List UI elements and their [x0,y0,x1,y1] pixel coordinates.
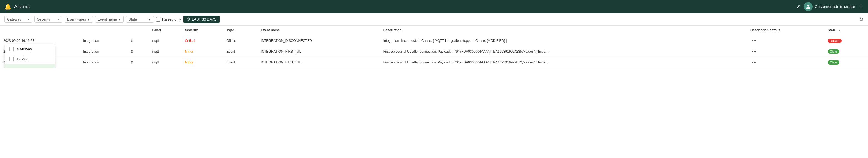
state-badge-2: Clear [828,60,839,65]
dropdown-item-device-label: Device [17,57,29,61]
cell-type-2: Event [223,57,257,68]
cell-event-name-0: INTEGRATION_DISCONNECTED [257,35,380,46]
state-dropdown[interactable]: State ▼ [126,16,154,23]
cell-event-name-1: INTEGRATION_FIRST_UL [257,46,380,57]
more-button-1[interactable]: ••• [750,48,758,54]
state-dropdown-label: State [128,17,137,21]
cell-more-0[interactable]: ••• [747,35,824,46]
more-button-2[interactable]: ••• [750,59,758,66]
cell-source-1: Integration [80,46,127,57]
gateway-checkbox-icon [9,47,14,51]
top-header: 🔔 Alarms ⤢ Customer administrator ⋮ [0,0,868,13]
user-info: Customer administrator [804,2,856,11]
col-source [80,26,127,35]
gateway-chevron-icon: ▼ [26,17,30,21]
event-name-dropdown[interactable]: Event name ▼ [95,16,124,23]
cell-more-1[interactable]: ••• [747,46,824,57]
cell-type-0: Offline [223,35,257,46]
cell-type-1: Event [223,46,257,57]
gateway-dropdown[interactable]: Gateway ▼ Gateway Device ✓ Integration [4,16,32,23]
filter-bar: Gateway ▼ Gateway Device ✓ Integration S… [0,13,868,26]
table-row: 2023-09-05 16:18:44 Integration ⚙ mqtt M… [0,57,868,68]
cell-icon-1: ⚙ [127,46,149,57]
bell-icon: 🔔 [4,3,11,10]
header-right: ⤢ Customer administrator ⋮ [796,2,864,11]
header-menu-button[interactable]: ⋮ [859,4,864,10]
cell-source-2: Integration [80,57,127,68]
state-chevron-icon: ▼ [148,17,151,21]
col-severity: Severity [182,26,223,35]
col-timestamp [0,26,80,35]
dropdown-item-gateway[interactable]: Gateway [5,44,55,54]
col-event-name: Event name [257,26,380,35]
integration-check-icon: ✓ [9,67,13,68]
expand-button[interactable]: ⤢ [796,4,800,10]
user-name-label: Customer administrator [815,4,856,9]
event-name-chevron-icon: ▼ [118,17,121,21]
dropdown-item-device[interactable]: Device [5,54,55,64]
dropdown-item-integration[interactable]: ✓ Integration [5,64,55,68]
device-checkbox-icon [9,57,14,61]
state-badge-0: Raised [828,39,842,43]
severity-dropdown[interactable]: Severity ▼ [34,16,62,23]
last-30-days-label: LAST 30 DAYS [192,17,216,21]
dropdown-item-gateway-label: Gateway [17,47,32,51]
severity-chevron-icon: ▼ [57,17,60,21]
col-label: Label [149,26,182,35]
table-row: 2023-09-05 16:18:44 Integration ⚙ mqtt M… [0,46,868,57]
alarms-table-container: Label Severity Type Event name Descripti… [0,26,868,68]
table-header-row: Label Severity Type Event name Descripti… [0,26,868,35]
raised-only-checkbox[interactable] [156,17,160,22]
avatar [804,2,813,11]
col-desc-details: Description details [747,26,824,35]
clock-icon: ⏱ [187,17,190,21]
alarms-table: Label Severity Type Event name Descripti… [0,26,868,68]
raised-only-container: Raised only [156,17,181,22]
cell-state-1: Clear [824,46,868,57]
cell-event-name-2: INTEGRATION_FIRST_UL [257,57,380,68]
severity-dropdown-label: Severity [37,17,50,21]
table-row: 2023-09-05 16:19:27 Integration ⚙ mqtt C… [0,35,868,46]
cell-state-0: Raised [824,35,868,46]
cell-more-2[interactable]: ••• [747,57,824,68]
cell-state-2: Clear [824,57,868,68]
gateway-dropdown-label: Gateway [7,17,21,21]
more-button-0[interactable]: ••• [750,38,758,44]
event-types-dropdown-label: Event types [67,17,86,21]
event-name-dropdown-label: Event name [98,17,117,21]
cell-description-0: Integration disconnected. Cause: [ MQTT … [380,35,747,46]
last-30-days-button[interactable]: ⏱ LAST 30 DAYS [183,15,220,23]
page-title: Alarms [14,4,30,10]
cell-label-1: mqtt [149,46,182,57]
col-type: Type [223,26,257,35]
state-sort-icon: ▼ [838,29,841,32]
cell-icon-2: ⚙ [127,57,149,68]
dropdown-item-integration-label: Integration [16,67,34,68]
col-state: State ▼ [824,26,868,35]
cell-label-0: mqtt [149,35,182,46]
cell-severity-2: Minor [182,57,223,68]
col-description: Description [380,26,747,35]
cell-label-2: mqtt [149,57,182,68]
state-badge-1: Clear [828,49,839,54]
cell-severity-0: Critical [182,35,223,46]
cell-source-0: Integration [80,35,127,46]
raised-only-label: Raised only [162,17,181,21]
col-icon [127,26,149,35]
cell-description-2: First successful UL after connection. Pa… [380,57,747,68]
refresh-button[interactable]: ↻ [859,16,864,23]
cell-description-1: First successful UL after connection. Pa… [380,46,747,57]
event-types-dropdown[interactable]: Event types ▼ [64,16,93,23]
cell-severity-1: Minor [182,46,223,57]
event-types-chevron-icon: ▼ [87,17,90,21]
gateway-dropdown-menu: Gateway Device ✓ Integration [5,44,55,68]
cell-icon-0: ⚙ [127,35,149,46]
header-left: 🔔 Alarms [4,3,30,10]
